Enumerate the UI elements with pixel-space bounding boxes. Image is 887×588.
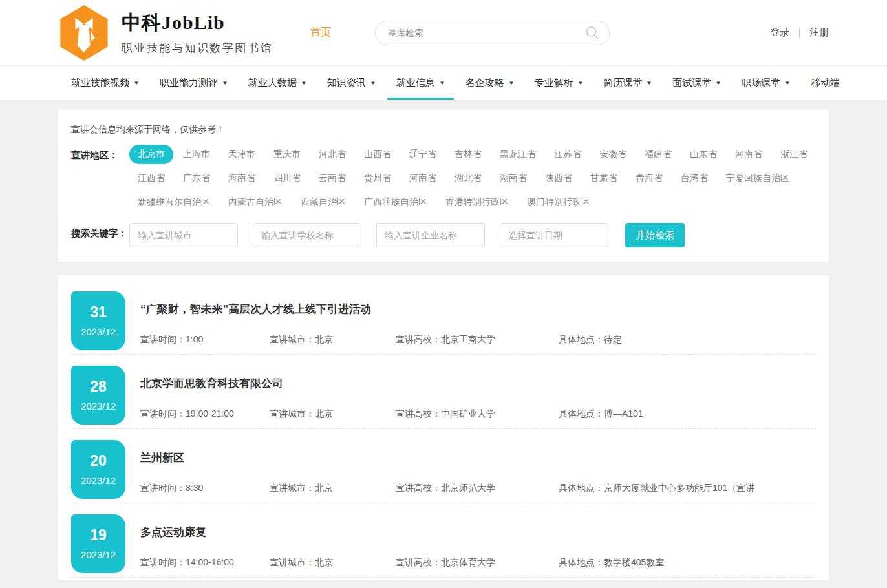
event-time-label: 宣讲时间： — [140, 483, 186, 493]
event-title[interactable]: 北京学而思教育科技有限公司 — [140, 376, 816, 391]
region-option[interactable]: 台湾省 — [672, 169, 716, 188]
event-month: 2023/12 — [81, 401, 116, 412]
region-option[interactable]: 河北省 — [310, 145, 354, 164]
region-option[interactable]: 西藏自治区 — [292, 193, 354, 212]
search-icon[interactable] — [584, 25, 600, 41]
chevron-down-icon: ▼ — [646, 80, 652, 86]
event-month: 2023/12 — [81, 326, 116, 337]
nav-item[interactable]: 移动端 — [802, 66, 849, 100]
chevron-down-icon: ▼ — [577, 80, 584, 86]
region-option[interactable]: 山西省 — [356, 145, 400, 164]
region-option[interactable]: 江西省 — [129, 169, 173, 188]
region-option[interactable]: 江苏省 — [546, 145, 590, 164]
event-list: 31 2023/12 “广聚财，智未来”高层次人才线上线下引进活动 宣讲时间：1… — [58, 275, 829, 580]
region-option[interactable]: 重庆市 — [265, 145, 309, 164]
event-row[interactable]: 31 2023/12 “广聚财，智未来”高层次人才线上线下引进活动 宣讲时间：1… — [71, 291, 816, 355]
nav-item[interactable]: 就业信息▼ — [387, 66, 454, 100]
chevron-down-icon: ▼ — [301, 80, 307, 86]
nav-item[interactable]: 面试课堂▼ — [663, 66, 730, 100]
event-day: 31 — [90, 305, 107, 320]
site-logo[interactable]: 中科JobLib 职业技能与知识数字图书馆 — [58, 5, 273, 61]
region-option[interactable]: 湖南省 — [491, 169, 535, 188]
chevron-down-icon: ▼ — [508, 80, 515, 86]
global-search-input[interactable] — [387, 28, 584, 38]
logo-hexagon-tie-icon — [58, 5, 110, 61]
region-option[interactable]: 青海省 — [627, 169, 671, 188]
region-option[interactable]: 内蒙古自治区 — [220, 193, 291, 212]
event-school-label: 宣讲高校： — [396, 557, 441, 567]
region-option[interactable]: 香港特别行政区 — [437, 193, 517, 212]
nav-item[interactable]: 就业技能视频▼ — [62, 66, 148, 100]
region-option[interactable]: 宁夏回族自治区 — [718, 169, 798, 188]
region-option[interactable]: 安徽省 — [591, 145, 635, 164]
filter-panel: 宣讲会信息均来源于网络，仅供参考！ 宣讲地区： 北京市上海市天津市重庆市河北省山… — [58, 110, 829, 262]
region-option[interactable]: 海南省 — [220, 169, 264, 188]
global-search-box — [375, 21, 610, 45]
nav-item-label: 就业技能视频 — [71, 77, 129, 89]
nav-item[interactable]: 专业解析▼ — [526, 66, 592, 100]
keyword-filter-row: 搜索关键字： 开始检索 — [71, 223, 816, 247]
event-details: 宣讲时间：19:00-21:00 宣讲城市：北京 宣讲高校：中国矿业大学 具体地… — [140, 408, 816, 420]
event-title[interactable]: “广聚财，智未来”高层次人才线上线下引进活动 — [140, 302, 816, 317]
nav-item-label: 面试课堂 — [672, 77, 711, 89]
nav-item[interactable]: 知识资讯▼ — [318, 66, 385, 100]
company-input[interactable] — [376, 223, 485, 247]
nav-item-label: 名企攻略 — [465, 77, 504, 89]
nav-item[interactable]: 就业大数据▼ — [239, 66, 315, 100]
auth-links: 登录 注册 — [770, 26, 829, 39]
keyword-inputs: 开始检索 — [129, 223, 685, 247]
region-option[interactable]: 浙江省 — [772, 145, 816, 164]
event-location-value: 博—A101 — [604, 408, 643, 419]
search-submit-button[interactable]: 开始检索 — [625, 223, 685, 247]
event-location-label: 具体地点： — [559, 408, 604, 419]
region-option[interactable]: 河南省 — [727, 145, 771, 164]
region-option[interactable]: 甘肃省 — [582, 169, 626, 188]
event-title[interactable]: 兰州新区 — [140, 450, 816, 465]
register-link[interactable]: 注册 — [809, 26, 829, 39]
region-option[interactable]: 吉林省 — [446, 145, 490, 164]
region-option[interactable]: 陕西省 — [537, 169, 581, 188]
region-option[interactable]: 北京市 — [129, 145, 173, 164]
event-title[interactable]: 多点运动康复 — [140, 525, 816, 540]
region-option[interactable]: 广西壮族自治区 — [356, 193, 436, 212]
region-option[interactable]: 天津市 — [220, 145, 264, 164]
event-school-value: 北京师范大学 — [441, 483, 495, 493]
region-option[interactable]: 黑龙江省 — [491, 145, 544, 164]
event-row[interactable]: 19 2023/12 多点运动康复 宣讲时间：14:00-16:00 宣讲城市：… — [71, 514, 816, 578]
event-row[interactable]: 28 2023/12 北京学而思教育科技有限公司 宣讲时间：19:00-21:0… — [71, 366, 816, 429]
region-option[interactable]: 澳门特别行政区 — [518, 193, 599, 212]
region-option[interactable]: 新疆维吾尔自治区 — [129, 193, 219, 212]
event-city-value: 北京 — [315, 483, 333, 493]
event-location: 具体地点：待定 — [559, 334, 816, 346]
nav-item[interactable]: 简历课堂▼ — [594, 66, 661, 100]
region-option[interactable]: 河南省 — [401, 169, 445, 188]
home-link[interactable]: 首页 — [310, 26, 331, 39]
region-option[interactable]: 贵州省 — [356, 169, 400, 188]
region-option[interactable]: 云南省 — [310, 169, 354, 188]
event-school: 宣讲高校：北京体育大学 — [396, 557, 559, 569]
event-school-label: 宣讲高校： — [396, 408, 441, 419]
region-option[interactable]: 福建省 — [636, 145, 680, 164]
nav-item[interactable]: 职场课堂▼ — [732, 66, 799, 100]
region-option[interactable]: 湖北省 — [446, 169, 490, 188]
region-option[interactable]: 辽宁省 — [401, 145, 445, 164]
site-title: 中科JobLib — [122, 10, 273, 36]
city-input[interactable] — [129, 223, 238, 247]
site-subtitle: 职业技能与知识数字图书馆 — [122, 41, 273, 56]
region-option[interactable]: 四川省 — [265, 169, 309, 188]
region-row: 新疆维吾尔自治区内蒙古自治区西藏自治区广西壮族自治区香港特别行政区澳门特别行政区 — [129, 193, 817, 212]
login-link[interactable]: 登录 — [770, 26, 789, 39]
region-option[interactable]: 上海市 — [175, 145, 219, 164]
event-row[interactable]: 20 2023/12 兰州新区 宣讲时间：8:30 宣讲城市：北京 宣讲高校：北… — [71, 440, 816, 503]
region-option[interactable]: 广东省 — [175, 169, 219, 188]
event-location-value: 京师大厦就业中心多功能厅101（宣讲 — [604, 483, 754, 493]
region-option[interactable]: 山东省 — [681, 145, 725, 164]
chevron-down-icon: ▼ — [715, 80, 721, 86]
nav-item[interactable]: 名企攻略▼ — [456, 66, 523, 100]
date-input[interactable] — [500, 223, 608, 247]
chevron-down-icon: ▼ — [439, 80, 445, 86]
school-input[interactable] — [253, 223, 361, 247]
nav-item[interactable]: 职业能力测评▼ — [151, 66, 237, 100]
nav-item-label: 就业信息 — [396, 77, 435, 89]
event-school-label: 宣讲高校： — [396, 483, 441, 493]
